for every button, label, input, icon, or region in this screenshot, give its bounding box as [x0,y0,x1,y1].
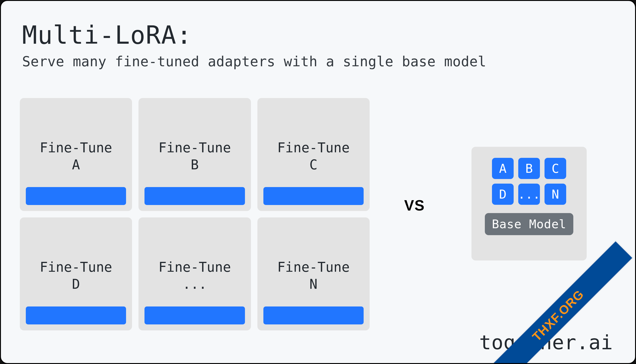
adapter-chip-grid: A B C D ... N [492,158,566,205]
finetune-card: Fine-Tune N [257,218,370,330]
finetune-card-label: Fine-Tune N [277,258,350,293]
finetune-card-bar [26,306,126,324]
adapter-chip: ... [518,184,540,205]
finetune-card-label: Fine-Tune B [158,139,231,173]
subtitle: Serve many fine-tuned adapters with a si… [22,54,486,70]
finetune-card-bar [263,306,364,324]
diagram-canvas: Multi-LoRA: Serve many fine-tuned adapte… [0,0,636,364]
finetune-card-bar [263,187,364,205]
finetune-card-label: Fine-Tune ... [158,258,231,293]
finetune-card: Fine-Tune A [20,98,132,211]
finetune-card-bar [144,187,245,205]
logo-suffix: ai [588,331,613,354]
multilora-card: A B C D ... N Base Model [472,147,587,260]
finetune-card-bar [144,306,245,324]
finetune-card: Fine-Tune B [138,98,251,211]
finetune-card: Fine-Tune ... [138,218,251,330]
finetune-card-bar [26,187,126,205]
adapter-chip: C [545,158,566,179]
finetune-card-label: Fine-Tune C [277,139,350,173]
title: Multi-LoRA: [22,22,192,49]
finetune-card: Fine-Tune C [257,98,370,211]
finetune-card: Fine-Tune D [20,218,132,330]
adapter-chip: B [518,158,540,179]
adapter-chip: D [492,184,514,205]
adapter-chip: N [545,184,566,205]
vs-label: VS [404,197,425,214]
finetune-grid: Fine-Tune A Fine-Tune B Fine-Tune C Fine… [20,98,370,330]
adapter-chip: A [492,158,514,179]
finetune-card-label: Fine-Tune D [40,258,112,293]
logo-dot: . [576,331,589,354]
finetune-card-label: Fine-Tune A [40,139,112,173]
base-model-chip: Base Model [485,213,573,235]
